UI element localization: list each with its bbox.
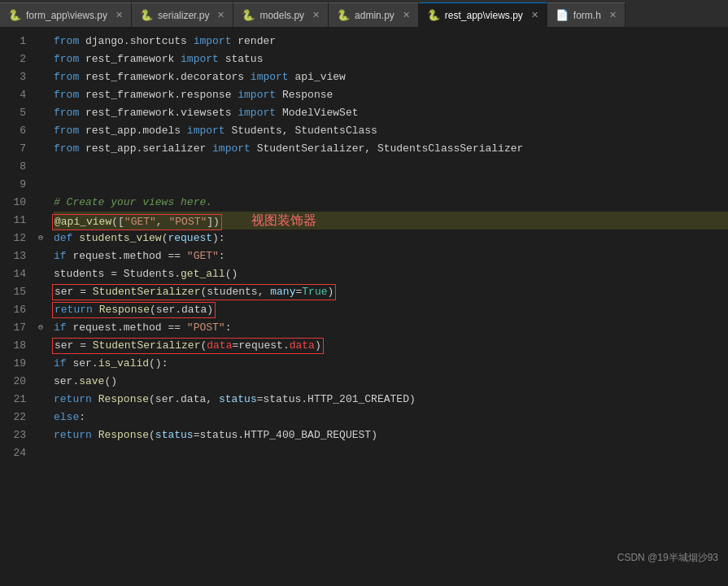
code-line-6: from rest_app.models import Students, St… — [54, 122, 728, 140]
code-line-14: students = Students.get_all() — [54, 265, 728, 283]
fold-13 — [34, 247, 47, 265]
tab-label-form-app-views: form_app\views.py — [26, 10, 107, 21]
line-num-24: 24 — [0, 444, 26, 462]
tab-label-serializer: serializer.py — [158, 10, 209, 21]
fold-15 — [34, 283, 47, 301]
fold-22 — [34, 409, 47, 426]
code-line-9 — [54, 176, 728, 194]
fold-9 — [34, 176, 47, 194]
line-num-13: 13 — [0, 247, 26, 265]
fold-4 — [34, 86, 47, 104]
line-num-20: 20 — [0, 373, 26, 391]
fold-11 — [34, 212, 47, 230]
fold-21 — [34, 391, 47, 409]
tab-serializer[interactable]: 🐍 serializer.py ✕ — [132, 2, 233, 27]
fold-16 — [34, 301, 47, 319]
code-line-4: from rest_framework.response import Resp… — [54, 86, 728, 104]
line-num-22: 22 — [0, 409, 26, 426]
fold-8 — [34, 158, 47, 176]
watermark: CSDN @19半城烟沙93 — [617, 551, 718, 565]
line-num-18: 18 — [0, 337, 26, 355]
line-num-16: 16 — [0, 301, 26, 319]
line-num-14: 14 — [0, 265, 26, 283]
fold-2 — [34, 50, 47, 68]
line-num-10: 10 — [0, 194, 26, 212]
tab-rest-app-views[interactable]: 🐍 rest_app\views.py ✕ — [419, 2, 547, 27]
fold-19 — [34, 355, 47, 373]
fold-5 — [34, 104, 47, 122]
fold-23 — [34, 426, 47, 444]
code-line-13: if request.method == "GET": — [54, 247, 728, 265]
tab-admin[interactable]: 🐍 admin.py ✕ — [329, 2, 419, 27]
code-line-17: if request.method == "POST": — [54, 319, 728, 337]
editor: 1 2 3 4 5 6 7 8 9 10 11 12 13 14 15 16 1… — [0, 28, 728, 586]
line-num-19: 19 — [0, 355, 26, 373]
code-line-19: if ser.is_valid(): — [54, 355, 728, 373]
annotation-label: 视图装饰器 — [251, 213, 316, 227]
close-icon-admin[interactable]: ✕ — [403, 10, 410, 20]
line-num-11: 11 — [0, 212, 26, 230]
line-num-5: 5 — [0, 104, 26, 122]
code-line-11: @api_view(["GET", "POST"]) 视图装饰器 — [54, 212, 728, 230]
fold-20 — [34, 373, 47, 391]
code-line-5: from rest_framework.viewsets import Mode… — [54, 104, 728, 122]
tab-icon-form-app-views: 🐍 — [8, 9, 21, 21]
code-line-3: from rest_framework.decorators import ap… — [54, 68, 728, 86]
line-num-6: 6 — [0, 122, 26, 140]
fold-12[interactable]: ⊖ — [34, 230, 47, 247]
fold-14 — [34, 265, 47, 283]
tab-icon-models: 🐍 — [242, 9, 255, 21]
close-icon-form-app-views[interactable]: ✕ — [116, 10, 123, 20]
line-num-12: 12 — [0, 230, 26, 247]
code-line-23: return Response(status=status.HTTP_400_B… — [54, 426, 728, 444]
line-num-23: 23 — [0, 426, 26, 444]
line-num-7: 7 — [0, 140, 26, 158]
code-line-18: ser = StudentSerializer(data=request.dat… — [54, 337, 728, 355]
code-line-24 — [54, 444, 728, 462]
line-numbers: 1 2 3 4 5 6 7 8 9 10 11 12 13 14 15 16 1… — [0, 28, 34, 586]
code-line-16: return Response(ser.data) — [54, 301, 728, 319]
close-icon-models[interactable]: ✕ — [312, 10, 320, 20]
code-line-2: from rest_framework import status — [54, 50, 728, 68]
close-icon-form-h[interactable]: ✕ — [609, 10, 617, 20]
code-line-21: return Response(ser.data, status=status.… — [54, 391, 728, 409]
tab-icon-form-h: 📄 — [556, 9, 569, 21]
code-line-22: else: — [54, 409, 728, 426]
line-num-21: 21 — [0, 391, 26, 409]
code-line-7: from rest_app.serializer import StudentS… — [54, 140, 728, 158]
close-icon-serializer[interactable]: ✕ — [217, 10, 225, 20]
tab-models[interactable]: 🐍 models.py ✕ — [233, 2, 329, 27]
tab-label-form-h: form.h — [573, 10, 601, 21]
fold-6 — [34, 122, 47, 140]
tab-icon-admin: 🐍 — [337, 9, 350, 21]
code-line-1: from django.shortcuts import render — [54, 33, 728, 50]
fold-1 — [34, 33, 47, 50]
close-icon-rest-app-views[interactable]: ✕ — [531, 10, 538, 20]
tab-bar: 🐍 form_app\views.py ✕ 🐍 serializer.py ✕ … — [0, 0, 728, 28]
tab-label-rest-app-views: rest_app\views.py — [445, 10, 523, 21]
fold-24 — [34, 444, 47, 462]
line-num-9: 9 — [0, 176, 26, 194]
line-num-17: 17 — [0, 319, 26, 337]
code-area[interactable]: from django.shortcuts import render from… — [47, 28, 728, 586]
code-line-20: ser.save() — [54, 373, 728, 391]
line-num-3: 3 — [0, 68, 26, 86]
fold-17[interactable]: ⊖ — [34, 319, 47, 337]
tab-form-h[interactable]: 📄 form.h ✕ — [547, 2, 626, 27]
line-num-15: 15 — [0, 283, 26, 301]
line-num-2: 2 — [0, 50, 26, 68]
fold-gutter: ⊖ ⊖ — [34, 28, 47, 586]
code-line-10: # Create your views here. — [54, 194, 728, 212]
tab-label-models: models.py — [259, 10, 304, 21]
tab-form-app-views[interactable]: 🐍 form_app\views.py ✕ — [0, 2, 132, 27]
code-line-15: ser = StudentSerializer(students, many=T… — [54, 283, 728, 301]
fold-7 — [34, 140, 47, 158]
line-num-4: 4 — [0, 86, 26, 104]
code-line-8 — [54, 158, 728, 176]
tab-icon-serializer: 🐍 — [140, 9, 153, 21]
line-num-8: 8 — [0, 158, 26, 176]
code-line-12: def students_view(request): — [54, 230, 728, 247]
line-num-1: 1 — [0, 33, 26, 50]
fold-3 — [34, 68, 47, 86]
tab-icon-rest-app-views: 🐍 — [427, 9, 440, 21]
